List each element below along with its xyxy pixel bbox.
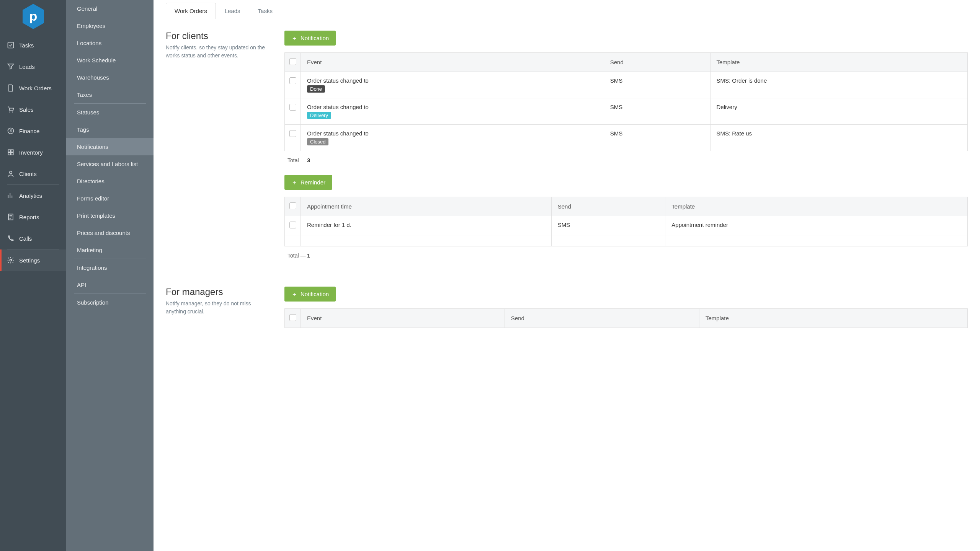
- section-title-managers: For managers: [166, 287, 269, 297]
- nav-reports[interactable]: Reports: [0, 206, 66, 228]
- section-desc-managers: Notify manager, so they do not miss anyt…: [166, 300, 269, 316]
- file-icon: [7, 84, 15, 92]
- nav-calls[interactable]: Calls: [0, 228, 66, 249]
- sub-notifications[interactable]: Notifications: [66, 138, 154, 155]
- tabs: Work Orders Leads Tasks: [154, 0, 980, 19]
- sub-subscription[interactable]: Subscription: [66, 294, 154, 311]
- col-send: Send: [505, 309, 699, 328]
- nav-analytics[interactable]: Analytics: [0, 185, 66, 206]
- sub-statuses[interactable]: Statuses: [66, 104, 154, 121]
- button-label: Notification: [301, 35, 329, 41]
- notifications-table: Event Send Template Order status changed…: [284, 52, 968, 151]
- checkbox[interactable]: [289, 77, 296, 84]
- svg-point-13: [10, 259, 12, 261]
- nav-clients[interactable]: Clients: [0, 163, 66, 184]
- status-pill-done: Done: [307, 85, 325, 93]
- sub-work-schedule[interactable]: Work Schedule: [66, 52, 154, 69]
- gear-icon: [7, 256, 15, 264]
- tab-work-orders[interactable]: Work Orders: [166, 3, 216, 19]
- nav-label: Leads: [19, 64, 35, 70]
- sub-taxes[interactable]: Taxes: [66, 86, 154, 103]
- table-row-empty: [285, 235, 968, 246]
- plus-icon: ＋: [291, 179, 297, 186]
- template-cell: Appointment reminder: [665, 216, 968, 235]
- sub-warehouses[interactable]: Warehouses: [66, 69, 154, 86]
- nav-label: Calls: [19, 235, 32, 242]
- section-title-clients: For clients: [166, 31, 269, 41]
- sub-forms-editor[interactable]: Forms editor: [66, 190, 154, 207]
- checkbox-all[interactable]: [289, 202, 296, 209]
- nav-sales[interactable]: Sales: [0, 99, 66, 120]
- sub-tags[interactable]: Tags: [66, 121, 154, 138]
- template-cell: SMS: Order is done: [710, 72, 967, 98]
- tab-leads[interactable]: Leads: [216, 3, 249, 19]
- sub-print-templates[interactable]: Print templates: [66, 207, 154, 224]
- svg-point-3: [9, 111, 10, 112]
- svg-rect-10: [11, 153, 13, 155]
- nav-label: Work Orders: [19, 85, 52, 91]
- add-notification-button[interactable]: ＋Notification: [284, 31, 336, 46]
- checkbox[interactable]: [289, 104, 296, 111]
- sidebar-primary: p Tasks Leads Work Orders Sales $Finance…: [0, 0, 66, 551]
- total-notifications: Total — 3: [287, 157, 968, 163]
- sub-directories[interactable]: Directories: [66, 173, 154, 190]
- sub-locations[interactable]: Locations: [66, 34, 154, 52]
- nav-label: Analytics: [19, 192, 42, 199]
- svg-point-11: [10, 171, 12, 174]
- send-cell: SMS: [551, 216, 665, 235]
- nav-label: Reports: [19, 214, 39, 220]
- checkbox-all[interactable]: [289, 58, 296, 65]
- section-desc-clients: Notify clients, so they stay updated on …: [166, 44, 269, 60]
- button-label: Reminder: [301, 179, 325, 186]
- sub-api[interactable]: API: [66, 276, 154, 293]
- funnel-icon: [7, 63, 15, 70]
- nav-label: Inventory: [19, 149, 43, 156]
- event-cell: Reminder for 1 d.: [301, 216, 552, 235]
- add-notification-button-managers[interactable]: ＋Notification: [284, 287, 336, 302]
- boxes-icon: [7, 148, 15, 156]
- section-divider: [166, 275, 968, 275]
- tab-tasks[interactable]: Tasks: [249, 3, 281, 19]
- checkbox-all[interactable]: [289, 314, 296, 321]
- sub-services-labors[interactable]: Services and Labors list: [66, 155, 154, 173]
- event-text: Order status changed to: [307, 77, 369, 84]
- nav-leads[interactable]: Leads: [0, 56, 66, 77]
- sidebar-secondary: General Employees Locations Work Schedul…: [66, 0, 154, 551]
- plus-icon: ＋: [291, 35, 297, 41]
- col-event: Event: [301, 309, 505, 328]
- nav-tasks[interactable]: Tasks: [0, 34, 66, 56]
- table-row[interactable]: Reminder for 1 d. SMS Appointment remind…: [285, 216, 968, 235]
- col-event: Event: [301, 53, 604, 72]
- sub-general[interactable]: General: [66, 0, 154, 17]
- nav-inventory[interactable]: Inventory: [0, 142, 66, 163]
- event-text: Order status changed to: [307, 130, 369, 137]
- table-row[interactable]: Order status changed toDelivery SMS Deli…: [285, 98, 968, 125]
- checkbox[interactable]: [289, 222, 296, 228]
- nav-settings[interactable]: Settings: [0, 249, 66, 271]
- status-pill-closed: Closed: [307, 138, 328, 145]
- template-cell: Delivery: [710, 98, 967, 125]
- nav-finance[interactable]: $Finance: [0, 120, 66, 142]
- add-reminder-button[interactable]: ＋Reminder: [284, 175, 332, 190]
- plus-icon: ＋: [291, 291, 297, 297]
- sub-marketing[interactable]: Marketing: [66, 241, 154, 259]
- checkbox[interactable]: [289, 130, 296, 137]
- logo[interactable]: p: [0, 0, 66, 34]
- table-row[interactable]: Order status changed toClosed SMS SMS: R…: [285, 125, 968, 151]
- sub-prices-discounts[interactable]: Prices and discounts: [66, 224, 154, 241]
- button-label: Notification: [301, 291, 329, 297]
- nav-work-orders[interactable]: Work Orders: [0, 77, 66, 99]
- main-content: Work Orders Leads Tasks For clients Noti…: [154, 0, 980, 551]
- total-reminders: Total — 1: [287, 253, 968, 259]
- template-cell: SMS: Rate us: [710, 125, 967, 151]
- nav-label: Tasks: [19, 42, 34, 49]
- svg-rect-7: [8, 150, 10, 152]
- dollar-icon: $: [7, 127, 15, 135]
- sub-integrations[interactable]: Integrations: [66, 259, 154, 276]
- sub-employees[interactable]: Employees: [66, 17, 154, 34]
- phone-icon: [7, 235, 15, 242]
- svg-text:p: p: [29, 9, 37, 23]
- report-icon: [7, 213, 15, 221]
- table-row[interactable]: Order status changed toDone SMS SMS: Ord…: [285, 72, 968, 98]
- nav-label: Finance: [19, 128, 39, 134]
